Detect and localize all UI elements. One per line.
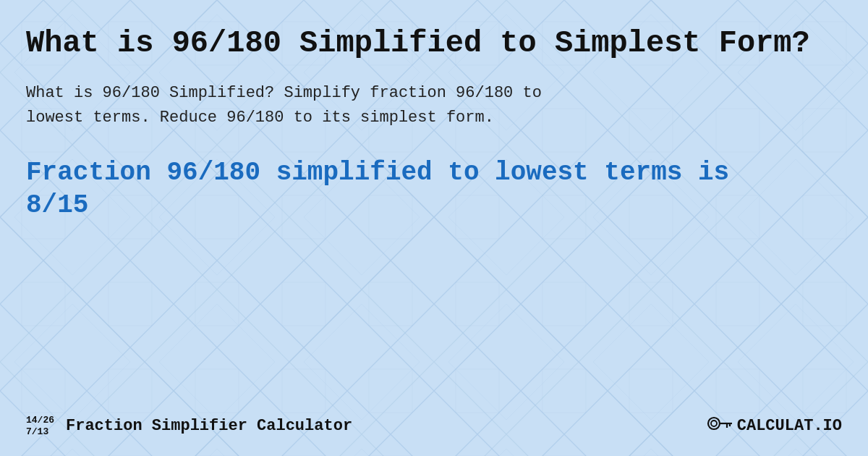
page-title: What is 96/180 Simplified to Simplest Fo…: [26, 26, 842, 61]
description: What is 96/180 Simplified? Simplify frac…: [26, 81, 842, 130]
calculat-io-text: CALCULAT.IO: [737, 417, 842, 435]
result-text: Fraction 96/180 simplified to lowest ter…: [26, 156, 842, 221]
fraction-bottom: 7/13: [26, 426, 54, 438]
svg-point-14: [708, 418, 720, 429]
result-section: Fraction 96/180 simplified to lowest ter…: [26, 156, 842, 221]
footer-label: Fraction Simplifier Calculator: [66, 417, 352, 435]
footer-fractions: 14/26 7/13: [26, 415, 54, 437]
description-line2: lowest terms. Reduce 96/180 to its simpl…: [26, 109, 494, 127]
result-line2: 8/15: [26, 190, 88, 220]
fraction-top: 14/26: [26, 415, 54, 426]
io-word: IO: [823, 417, 842, 435]
calculat-word: CALCULAT: [737, 417, 814, 435]
description-line1: What is 96/180 Simplified? Simplify frac…: [26, 84, 542, 102]
page-content: What is 96/180 Simplified to Simplest Fo…: [0, 0, 868, 456]
footer-right: CALCULAT.IO: [707, 413, 842, 439]
svg-point-15: [711, 421, 717, 426]
dot-separator: .: [813, 417, 822, 435]
result-line1: Fraction 96/180 simplified to lowest ter…: [26, 158, 729, 187]
footer: 14/26 7/13 Fraction Simplifier Calculato…: [26, 402, 842, 439]
footer-left: 14/26 7/13 Fraction Simplifier Calculato…: [26, 415, 352, 437]
calculat-logo: CALCULAT.IO: [737, 417, 842, 435]
key-icon: [707, 413, 733, 439]
main-section: What is 96/180 Simplified to Simplest Fo…: [26, 26, 842, 402]
